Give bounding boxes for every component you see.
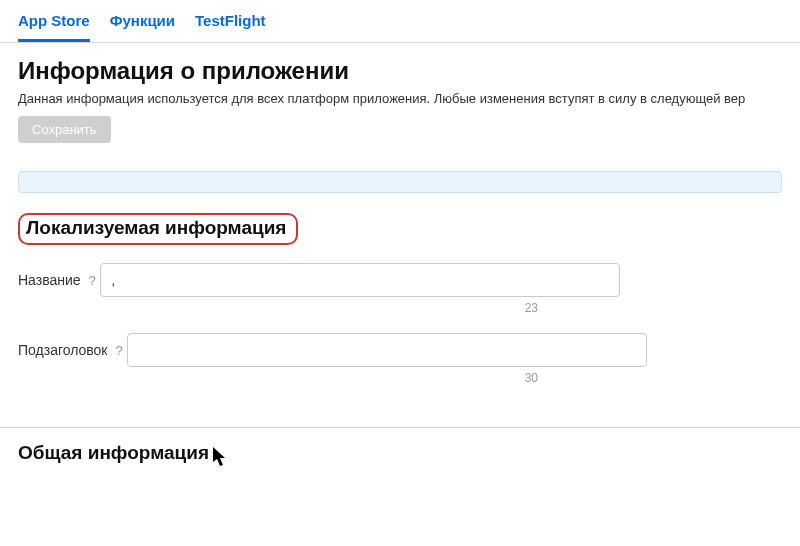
subtitle-help-icon[interactable]: ? xyxy=(116,343,123,358)
tab-features[interactable]: Функции xyxy=(110,8,175,42)
name-help-icon[interactable]: ? xyxy=(89,273,96,288)
subtitle-label: Подзаголовок xyxy=(18,342,108,358)
info-banner xyxy=(18,171,782,193)
localizable-section-highlight: Локализуемая информация xyxy=(18,213,298,245)
localizable-section-title: Локализуемая информация xyxy=(26,217,286,238)
main-tabs: App Store Функции TestFlight xyxy=(0,0,800,43)
name-field-group: Название ? 23 xyxy=(18,263,782,315)
tab-testflight[interactable]: TestFlight xyxy=(195,8,266,42)
subtitle-char-count: 30 xyxy=(18,371,538,385)
subtitle-input[interactable] xyxy=(127,333,647,367)
subtitle-field-group: Подзаголовок ? 30 xyxy=(18,333,782,385)
save-button[interactable]: Сохранить xyxy=(18,116,111,143)
name-char-count: 23 xyxy=(18,301,538,315)
tab-app-store[interactable]: App Store xyxy=(18,8,90,42)
general-section-title: Общая информация xyxy=(0,428,800,464)
name-input[interactable] xyxy=(100,263,620,297)
page-description: Данная информация используется для всех … xyxy=(18,91,782,106)
page-title: Информация о приложении xyxy=(18,57,782,85)
name-label: Название xyxy=(18,272,81,288)
